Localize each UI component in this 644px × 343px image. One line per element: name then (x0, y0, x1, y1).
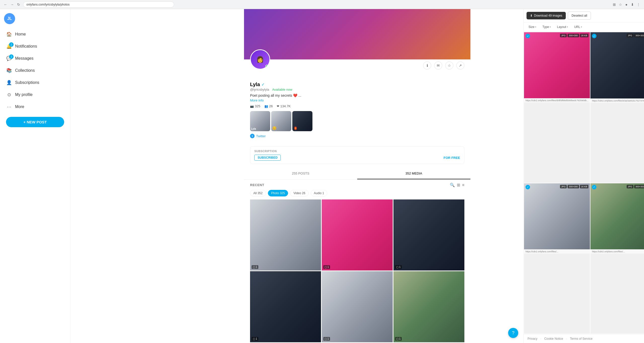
privacy-link[interactable]: Privacy (528, 337, 537, 340)
media-cell-3[interactable]: ▢ 1 (393, 199, 464, 270)
grid-view-button[interactable]: ⊞ (457, 183, 460, 187)
thumb-emoji-2: 😊 (272, 126, 276, 130)
image-card-4[interactable]: ✓ JPG 300×300 34 KB https://cdn2.onlyfan… (590, 183, 644, 334)
image-checkbox-4[interactable]: ✓ (592, 185, 596, 189)
image-meta-1: JPG 300×300 28 KB (560, 34, 588, 37)
panel-toolbar: ⬇ Download 49 images Deselect all (524, 9, 644, 22)
layout-filter[interactable]: Layout ▾ (555, 24, 570, 29)
twitter-icon: t (250, 134, 255, 138)
menu-button[interactable]: ⋮ (636, 2, 641, 7)
verified-icon: ✓ (261, 82, 265, 87)
type-chevron-icon: ▾ (550, 26, 551, 28)
size-filter-label: Size (529, 25, 534, 29)
image-card-1[interactable]: ✓ JPG 300×300 28 KB https://cdn2.onlyfan… (524, 32, 590, 183)
cookie-link[interactable]: Cookie Notice (544, 337, 563, 340)
url-filter-label: URL (574, 25, 580, 29)
refresh-button[interactable]: ↻ (16, 2, 21, 7)
image-dimensions-4: 300×300 (634, 185, 644, 188)
profile-name-text: Lyla (250, 82, 260, 87)
panel-filters: Size ▾ Type ▾ Layout ▾ URL ▾ (524, 22, 644, 32)
media-cell-6[interactable]: ▢ 1 (393, 271, 464, 342)
type-filter[interactable]: Type ▾ (540, 24, 553, 29)
tab-media-label: 352 MEDIA (406, 172, 422, 175)
media-cell-1[interactable]: ▢ 1 (250, 199, 321, 270)
filter-photo[interactable]: Photo 325 (268, 190, 288, 196)
image-dimensions-1: 300×300 (568, 34, 579, 37)
media-cell-5[interactable]: ▢ 1 (322, 271, 393, 342)
extensions-button[interactable]: ⊞ (612, 2, 617, 7)
filter-video[interactable]: Video 26 (290, 190, 308, 196)
filter-all[interactable]: All 352 (250, 190, 266, 196)
thumb-item-1[interactable]: Lyla (250, 111, 270, 131)
sidebar-item-home[interactable]: 🏠 Home (0, 28, 70, 40)
collections-icon: 📚 (6, 67, 12, 74)
image-size-1: 28 KB (580, 34, 589, 37)
search-media-button[interactable]: 🔍 (450, 183, 455, 187)
help-button[interactable]: ? (508, 328, 518, 338)
favorite-button[interactable]: ☆ (445, 61, 453, 70)
home-icon: 🏠 (6, 31, 12, 37)
sidebar-item-my-profile[interactable]: ⊙ My profile (0, 89, 70, 101)
tab-posts[interactable]: 255 POSTS (244, 168, 357, 179)
image-card-3[interactable]: ✓ JPG 300×300 16 KB https://cdn2.onlyfan… (524, 183, 590, 334)
cover-overlay (244, 9, 470, 59)
sidebar-item-messages[interactable]: 💬 Messages 3 (0, 52, 70, 64)
filter-pills: All 352 Photo 325 Video 26 Audio 1 (250, 190, 464, 196)
thumb-item-2[interactable]: 😊 (271, 111, 291, 131)
image-meta-2: JPG 300×300 19 KB (627, 34, 644, 37)
sidebar-item-notifications[interactable]: 🔔 Notifications 2 (0, 40, 70, 52)
url-filter[interactable]: URL ▾ (572, 24, 584, 29)
back-button[interactable]: ← (3, 2, 8, 7)
recent-actions: 🔍 ⊞ ≡ (450, 183, 464, 187)
more-info-link[interactable]: More info (250, 98, 264, 102)
tab-media[interactable]: 352 MEDIA (357, 168, 470, 179)
message-profile-button[interactable]: ✉ (434, 61, 442, 70)
sidebar-item-more[interactable]: ⋯ More (0, 101, 70, 113)
deselect-all-button[interactable]: Deselect all (568, 12, 591, 20)
profile-bio: Poet posting all my secrets ❤️ ... (250, 93, 464, 97)
terms-link[interactable]: Terms of Service (570, 337, 592, 340)
thumb-item-3[interactable]: 🏮 (292, 111, 312, 131)
profile-button[interactable]: ● (624, 2, 629, 7)
tip-button[interactable]: ℹ (423, 61, 431, 70)
address-bar[interactable]: onlyfans.com/lyricsbylyla/photos (23, 2, 174, 8)
image-format-1: JPG (560, 34, 567, 37)
tab-posts-label: 255 POSTS (292, 172, 309, 175)
posts-count: 325 (255, 104, 260, 108)
new-post-button[interactable]: + NEW POST (6, 117, 64, 127)
twitter-link[interactable]: t Twitter (250, 134, 464, 138)
image-checkbox-3[interactable]: ✓ (526, 185, 530, 189)
app-container: JL 🏠 Home 🔔 Notifications 2 💬 Messages 3… (0, 0, 644, 343)
likes-count: 134.7K (280, 104, 291, 108)
share-button[interactable]: ↗ (456, 61, 464, 70)
subscriptions-icon: 👤 (6, 80, 12, 86)
sidebar-item-subscriptions[interactable]: 👤 Subscriptions (0, 77, 70, 89)
download-images-button[interactable]: ⬇ Download 49 images (527, 12, 566, 19)
image-format-4: JPG (627, 185, 634, 188)
subscription-label: SUBSCRIPTION (254, 150, 460, 153)
online-indicator (265, 65, 268, 68)
media-cell-4[interactable]: ▢ 1 (250, 271, 321, 342)
image-checkbox-1[interactable]: ✓ (526, 34, 530, 38)
image-checkbox-2[interactable]: ✓ (592, 34, 596, 38)
availability-status: Available now (272, 88, 292, 91)
media-count-2: ▢ 1 (323, 265, 330, 269)
download-button[interactable]: ⬇ (630, 2, 635, 7)
layout-chevron-icon: ▾ (567, 26, 568, 28)
image-meta-4: JPG 300×300 34 KB (627, 185, 644, 188)
for-free-text: FOR FREE (444, 156, 460, 160)
bookmark-button[interactable]: ☆ (618, 2, 623, 7)
images-grid: ✓ JPG 300×300 28 KB https://cdn2.onlyfan… (524, 32, 644, 334)
more-icon: ⋯ (6, 104, 12, 110)
media-cell-2[interactable]: ▢ 1 (322, 199, 393, 270)
image-format-3: JPG (560, 185, 567, 188)
image-card-2[interactable]: ✓ JPG 300×300 19 KB https://cdn2.onlyfan… (590, 32, 644, 183)
size-filter[interactable]: Size ▾ (527, 24, 538, 29)
layout-filter-label: Layout (557, 25, 566, 29)
avatar-image: 👩 (251, 50, 269, 69)
filter-audio[interactable]: Audio 1 (311, 190, 328, 196)
filter-media-button[interactable]: ≡ (462, 183, 464, 187)
forward-button[interactable]: → (10, 2, 15, 7)
media-thumbs: Lyla 😊 🏮 (250, 111, 464, 131)
sidebar-item-collections[interactable]: 📚 Collections (0, 64, 70, 77)
